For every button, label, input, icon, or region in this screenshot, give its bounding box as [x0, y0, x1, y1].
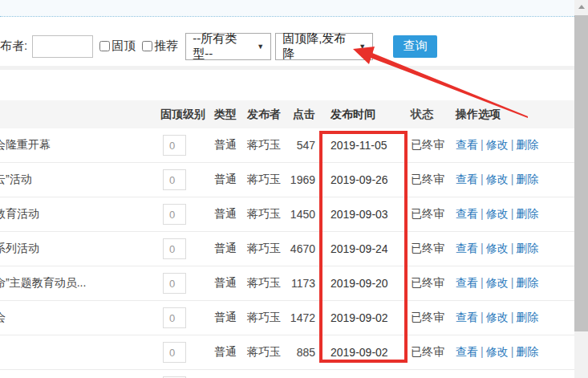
type-cell: 普通	[210, 345, 242, 360]
table-row: 系列活动 普通 蒋巧玉 4670 2019-09-24 已终审 查看|修改|删除	[0, 232, 574, 266]
header-clicks: 点击	[288, 108, 325, 122]
pin-level-input[interactable]	[163, 307, 186, 328]
pin-level-input[interactable]	[163, 342, 186, 363]
type-cell: 普通	[210, 138, 242, 152]
table-row: 查看|修改|删除	[0, 370, 574, 378]
edit-link[interactable]: 修改	[486, 345, 509, 358]
publisher-cell: 蒋巧玉	[242, 207, 288, 222]
pin-level-input[interactable]	[163, 238, 186, 259]
publish-time-cell: 2019-09-26	[325, 173, 405, 186]
clicks-cell: 1969	[288, 173, 325, 186]
type-cell: 普通	[210, 276, 242, 291]
delete-link[interactable]: 删除	[516, 173, 538, 185]
separator: |	[511, 345, 514, 358]
table-row: 云”活动 普通 蒋巧玉 1969 2019-09-26 已终审 查看|修改|删除	[0, 163, 574, 197]
recommended-checkbox-group: 推荐	[142, 39, 178, 54]
article-title[interactable]: 系列活动	[0, 242, 160, 256]
operations-cell: 查看|修改|删除	[450, 345, 574, 360]
edit-link[interactable]: 修改	[486, 276, 509, 289]
view-link[interactable]: 查看	[456, 207, 478, 220]
header-publisher: 发布者	[242, 108, 288, 122]
delete-link[interactable]: 删除	[516, 345, 538, 358]
status-badge: 已终审	[405, 276, 450, 291]
delete-link[interactable]: 删除	[516, 311, 538, 323]
article-title[interactable]: 云”活动	[0, 173, 160, 187]
publisher-cell: 蒋巧玉	[242, 311, 288, 325]
pinned-checkbox-group: 固顶	[99, 39, 136, 54]
edit-link[interactable]: 修改	[486, 138, 509, 151]
page: 布者: 固顶 推荐 --所有类型-- ▼ 固顶降,发布降 ▼ 查询 固顶级别 类…	[0, 0, 588, 378]
pin-level-cell	[160, 307, 210, 328]
scroll-up-icon	[578, 5, 585, 9]
scroll-up-button[interactable]	[574, 0, 588, 14]
publisher-label: 布者:	[0, 39, 27, 54]
status-badge: 已终审	[405, 207, 450, 222]
status-badge: 已终审	[405, 242, 450, 256]
article-title[interactable]: 命”主题教育动员...	[0, 276, 160, 291]
pin-level-cell	[160, 204, 210, 225]
type-cell: 普通	[210, 242, 242, 256]
pinned-checkbox[interactable]	[99, 41, 110, 51]
edit-link[interactable]: 修改	[486, 242, 509, 254]
type-cell: 普通	[210, 173, 242, 187]
table-row: 会 普通 蒋巧玉 1472 2019-09-02 已终审 查看|修改|删除	[0, 301, 574, 335]
chevron-down-icon: ▼	[359, 43, 366, 51]
delete-link[interactable]: 删除	[516, 138, 538, 151]
view-link[interactable]: 查看	[456, 311, 478, 323]
edit-link[interactable]: 修改	[486, 207, 509, 220]
type-select[interactable]: --所有类型-- ▼	[185, 33, 271, 60]
type-cell: 普通	[210, 207, 242, 222]
view-link[interactable]: 查看	[456, 138, 478, 151]
clicks-cell: 885	[288, 346, 325, 359]
table-row: 会隆重开幕 普通 蒋巧玉 547 2019-11-05 已终审 查看|修改|删除	[0, 128, 574, 163]
pin-level-input[interactable]	[163, 169, 186, 190]
header-publish-time: 发布时间	[325, 108, 405, 122]
edit-link[interactable]: 修改	[486, 173, 509, 185]
delete-link[interactable]: 删除	[516, 242, 538, 254]
scrollbar[interactable]	[574, 0, 588, 378]
pin-level-input[interactable]	[163, 135, 186, 156]
view-link[interactable]: 查看	[456, 173, 478, 185]
table-body: 会隆重开幕 普通 蒋巧玉 547 2019-11-05 已终审 查看|修改|删除…	[0, 128, 574, 378]
pin-level-cell	[160, 135, 210, 156]
pin-level-cell	[160, 273, 210, 294]
view-link[interactable]: 查看	[456, 242, 478, 254]
operations-cell: 查看|修改|删除	[450, 242, 574, 256]
publish-time-cell: 2019-09-03	[325, 208, 405, 221]
articles-table: 固顶级别 类型 发布者 点击 发布时间 状态 操作选项 会隆重开幕 普通 蒋巧玉…	[0, 100, 574, 378]
recommended-checkbox-label: 推荐	[154, 39, 178, 54]
publisher-input[interactable]	[32, 35, 93, 58]
publisher-cell: 蒋巧玉	[242, 138, 288, 152]
pin-level-input[interactable]	[163, 204, 186, 225]
type-select-value: --所有类型--	[193, 31, 252, 62]
delete-link[interactable]: 删除	[516, 207, 538, 220]
header-pin-level: 固顶级别	[160, 108, 210, 122]
operations-cell: 查看|修改|删除	[450, 173, 574, 187]
search-button[interactable]: 查询	[393, 35, 437, 58]
view-link[interactable]: 查看	[456, 276, 478, 289]
article-title[interactable]: 会隆重开幕	[0, 138, 160, 152]
article-title[interactable]: 会	[0, 311, 160, 325]
separator: |	[481, 138, 484, 151]
header-type: 类型	[210, 108, 242, 122]
pin-level-input[interactable]	[163, 273, 186, 294]
separator: |	[511, 311, 514, 323]
view-link[interactable]: 查看	[456, 345, 478, 358]
table-row: 普通 蒋巧玉 885 2019-09-02 已终审 查看|修改|删除	[0, 335, 574, 370]
publisher-cell: 蒋巧玉	[242, 242, 288, 256]
publisher-cell: 蒋巧玉	[242, 276, 288, 291]
recommended-checkbox[interactable]	[142, 41, 152, 51]
separator: |	[511, 276, 514, 289]
publisher-cell: 蒋巧玉	[242, 345, 288, 360]
header-operations: 操作选项	[450, 108, 574, 122]
scrollbar-thumb[interactable]	[574, 15, 588, 331]
article-title[interactable]	[0, 346, 160, 359]
delete-link[interactable]: 删除	[516, 276, 538, 289]
publish-time-cell: 2019-09-20	[325, 277, 405, 290]
separator: |	[481, 242, 484, 254]
edit-link[interactable]: 修改	[486, 311, 509, 323]
order-select[interactable]: 固顶降,发布降 ▼	[275, 33, 373, 60]
article-title[interactable]: 教育活动	[0, 207, 160, 222]
separator: |	[481, 173, 484, 185]
table-row: 教育活动 普通 蒋巧玉 1450 2019-09-03 已终审 查看|修改|删除	[0, 197, 574, 232]
